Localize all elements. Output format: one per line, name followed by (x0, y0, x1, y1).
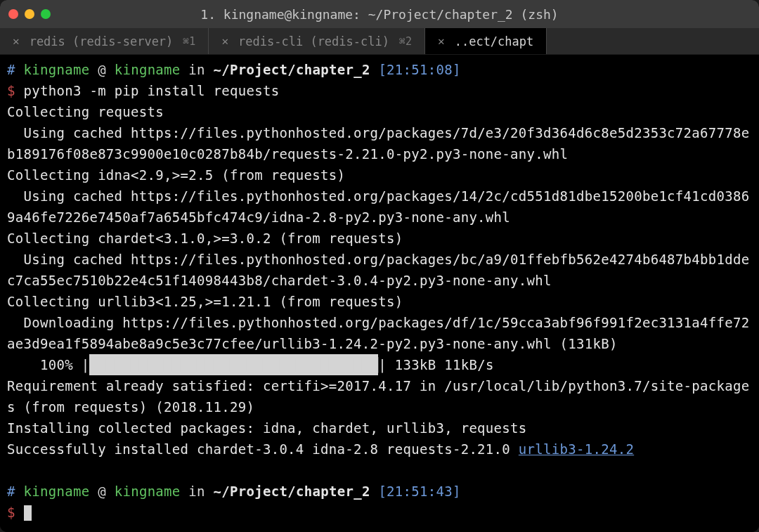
prompt-host: kingname (115, 484, 181, 499)
terminal-output[interactable]: # kingname @ kingname in ~/Project/chapt… (0, 55, 759, 532)
tab-shortcut: ⌘1 (183, 35, 195, 48)
prompt-in: in (188, 62, 205, 77)
close-icon[interactable]: ✕ (221, 34, 228, 48)
close-window-button[interactable] (8, 9, 18, 19)
terminal-window: 1. kingname@kingname: ~/Project/chapter_… (0, 0, 759, 532)
prompt-path: ~/Project/chapter_2 (214, 62, 370, 77)
tab-redis-server[interactable]: ✕ redis (redis-server) ⌘1 (0, 28, 209, 54)
prompt-user: kingname (24, 62, 90, 77)
output-line: Using cached https://files.pythonhosted.… (7, 122, 752, 164)
output-line: Collecting idna<2.9,>=2.5 (from requests… (7, 164, 752, 186)
tab-label: redis-cli (redis-cli) (238, 34, 389, 48)
prompt-path: ~/Project/chapter_2 (214, 484, 370, 499)
success-text: Successfully installed chardet-3.0.4 idn… (7, 441, 519, 457)
progress-line: 100% |██████████████████████████████████… (7, 354, 752, 375)
output-line: Collecting urllib3<1.25,>=1.21.1 (from r… (7, 291, 752, 312)
progress-percent: 100% | (7, 357, 89, 372)
output-line: Using cached https://files.pythonhosted.… (7, 249, 752, 291)
minimize-window-button[interactable] (25, 9, 34, 19)
output-success-line: Successfully installed chardet-3.0.4 idn… (7, 439, 752, 460)
progress-bar-fill: ███████████████████████████████████ (89, 354, 378, 375)
prompt-time: [21:51:43] (378, 484, 460, 499)
prompt-in: in (188, 484, 205, 499)
prompt-line: # kingname @ kingname in ~/Project/chapt… (7, 481, 752, 502)
prompt-at: @ (98, 484, 106, 499)
prompt-host: kingname (115, 62, 181, 77)
prompt-at: @ (98, 62, 106, 77)
command-text: python3 -m pip install requests (24, 83, 280, 98)
traffic-lights (8, 9, 51, 19)
progress-stats: | 133kB 11kB/s (378, 357, 493, 372)
blank-line (7, 460, 752, 481)
tab-chapter-2[interactable]: ✕ ..ect/chapt (425, 28, 547, 54)
command-line[interactable]: $ (7, 502, 752, 523)
prompt-dollar: $ (7, 505, 15, 520)
prompt-user: kingname (24, 484, 90, 499)
output-line: Collecting chardet<3.1.0,>=3.0.2 (from r… (7, 228, 752, 249)
maximize-window-button[interactable] (41, 9, 51, 19)
window-title: 1. kingname@kingname: ~/Project/chapter_… (200, 7, 558, 22)
cursor (24, 505, 32, 521)
output-line: Installing collected packages: idna, cha… (7, 417, 752, 439)
close-icon[interactable]: ✕ (13, 34, 20, 48)
output-line: Collecting requests (7, 101, 752, 122)
prompt-dollar: $ (7, 83, 15, 98)
close-icon[interactable]: ✕ (438, 34, 445, 48)
tab-redis-cli[interactable]: ✕ redis-cli (redis-cli) ⌘2 (209, 28, 425, 54)
tab-bar: ✕ redis (redis-server) ⌘1 ✕ redis-cli (r… (0, 28, 759, 55)
titlebar: 1. kingname@kingname: ~/Project/chapter_… (0, 0, 759, 28)
prompt-line: # kingname @ kingname in ~/Project/chapt… (7, 59, 752, 80)
output-line: Requirement already satisfied: certifi>=… (7, 375, 752, 417)
prompt-time: [21:51:08] (378, 62, 460, 77)
command-line: $ python3 -m pip install requests (7, 80, 752, 101)
output-line: Using cached https://files.pythonhosted.… (7, 186, 752, 228)
tab-label: redis (redis-server) (30, 34, 174, 48)
prompt-hash: # (7, 484, 15, 499)
output-line: Downloading https://files.pythonhosted.o… (7, 312, 752, 354)
tab-label: ..ect/chapt (455, 34, 534, 48)
prompt-hash: # (7, 62, 15, 77)
package-link[interactable]: urllib3-1.24.2 (519, 441, 634, 457)
tab-shortcut: ⌘2 (399, 35, 412, 48)
